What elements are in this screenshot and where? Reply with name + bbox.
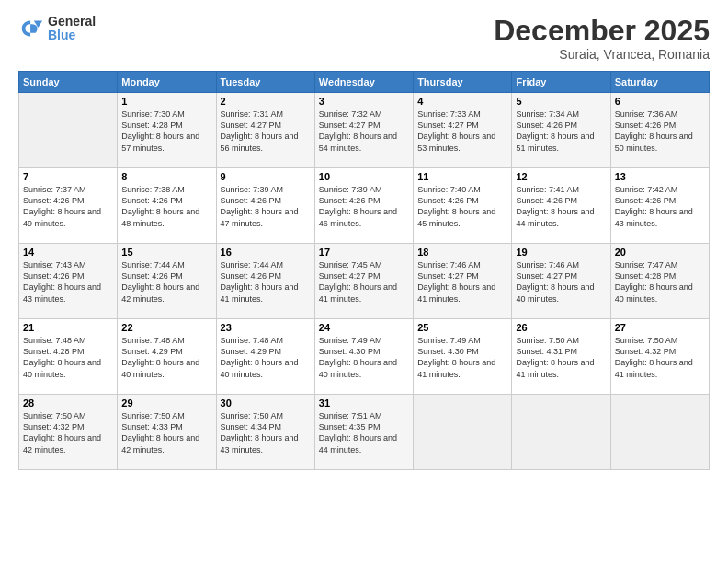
page-header: General Blue December 2025 Suraia, Vranc…: [18, 15, 710, 62]
calendar-week-row: 21Sunrise: 7:48 AMSunset: 4:28 PMDayligh…: [19, 319, 710, 395]
day-number: 10: [319, 171, 409, 182]
day-info: Sunrise: 7:37 AMSunset: 4:26 PMDaylight:…: [23, 184, 113, 229]
logo-icon: [18, 16, 44, 41]
calendar-cell: 7Sunrise: 7:37 AMSunset: 4:26 PMDaylight…: [19, 168, 118, 244]
calendar-cell: 27Sunrise: 7:50 AMSunset: 4:32 PMDayligh…: [610, 319, 709, 395]
calendar-cell: [19, 93, 118, 168]
calendar-cell: 14Sunrise: 7:43 AMSunset: 4:26 PMDayligh…: [19, 244, 118, 319]
day-info: Sunrise: 7:48 AMSunset: 4:29 PMDaylight:…: [121, 335, 211, 380]
location: Suraia, Vrancea, Romania: [494, 47, 710, 62]
calendar-cell: 23Sunrise: 7:48 AMSunset: 4:29 PMDayligh…: [216, 319, 314, 395]
calendar-cell: 6Sunrise: 7:36 AMSunset: 4:26 PMDaylight…: [610, 93, 709, 168]
day-number: 14: [23, 247, 113, 258]
day-number: 9: [221, 171, 311, 182]
day-info: Sunrise: 7:50 AMSunset: 4:32 PMDaylight:…: [615, 335, 705, 380]
title-area: December 2025 Suraia, Vrancea, Romania: [494, 15, 710, 62]
calendar-cell: 26Sunrise: 7:50 AMSunset: 4:31 PMDayligh…: [512, 319, 610, 395]
calendar-week-row: 1Sunrise: 7:30 AMSunset: 4:28 PMDaylight…: [19, 93, 710, 168]
day-number: 26: [516, 322, 606, 333]
day-number: 31: [319, 397, 409, 408]
day-number: 15: [121, 247, 211, 258]
col-friday: Friday: [512, 72, 610, 93]
calendar-cell: 31Sunrise: 7:51 AMSunset: 4:35 PMDayligh…: [314, 395, 413, 470]
day-number: 13: [615, 171, 705, 182]
day-number: 2: [221, 96, 311, 107]
day-number: 23: [221, 322, 311, 333]
calendar-cell: 17Sunrise: 7:45 AMSunset: 4:27 PMDayligh…: [314, 244, 413, 319]
calendar-cell: [512, 395, 610, 470]
calendar-cell: 24Sunrise: 7:49 AMSunset: 4:30 PMDayligh…: [314, 319, 413, 395]
calendar-cell: 9Sunrise: 7:39 AMSunset: 4:26 PMDaylight…: [216, 168, 314, 244]
logo: General Blue: [18, 15, 96, 43]
day-info: Sunrise: 7:50 AMSunset: 4:32 PMDaylight:…: [23, 410, 113, 455]
logo-text: General Blue: [48, 15, 96, 43]
day-info: Sunrise: 7:33 AMSunset: 4:27 PMDaylight:…: [417, 109, 507, 154]
calendar-week-row: 14Sunrise: 7:43 AMSunset: 4:26 PMDayligh…: [19, 244, 710, 319]
col-sunday: Sunday: [19, 72, 118, 93]
day-info: Sunrise: 7:50 AMSunset: 4:31 PMDaylight:…: [516, 335, 606, 380]
day-info: Sunrise: 7:39 AMSunset: 4:26 PMDaylight:…: [319, 184, 409, 229]
col-tuesday: Tuesday: [216, 72, 314, 93]
calendar-cell: 21Sunrise: 7:48 AMSunset: 4:28 PMDayligh…: [19, 319, 118, 395]
day-number: 19: [516, 247, 606, 258]
calendar-cell: 10Sunrise: 7:39 AMSunset: 4:26 PMDayligh…: [314, 168, 413, 244]
calendar-week-row: 28Sunrise: 7:50 AMSunset: 4:32 PMDayligh…: [19, 395, 710, 470]
day-number: 27: [615, 322, 705, 333]
day-info: Sunrise: 7:38 AMSunset: 4:26 PMDaylight:…: [121, 184, 211, 229]
day-number: 12: [516, 171, 606, 182]
day-info: Sunrise: 7:50 AMSunset: 4:33 PMDaylight:…: [121, 410, 211, 455]
day-info: Sunrise: 7:45 AMSunset: 4:27 PMDaylight:…: [319, 259, 409, 304]
calendar-cell: 13Sunrise: 7:42 AMSunset: 4:26 PMDayligh…: [610, 168, 709, 244]
day-info: Sunrise: 7:30 AMSunset: 4:28 PMDaylight:…: [121, 109, 211, 154]
calendar-cell: 20Sunrise: 7:47 AMSunset: 4:28 PMDayligh…: [610, 244, 709, 319]
month-title: December 2025: [494, 15, 710, 47]
calendar-cell: 15Sunrise: 7:44 AMSunset: 4:26 PMDayligh…: [118, 244, 216, 319]
day-info: Sunrise: 7:50 AMSunset: 4:34 PMDaylight:…: [221, 410, 311, 455]
day-info: Sunrise: 7:40 AMSunset: 4:26 PMDaylight:…: [417, 184, 507, 229]
calendar-cell: 25Sunrise: 7:49 AMSunset: 4:30 PMDayligh…: [414, 319, 512, 395]
day-info: Sunrise: 7:42 AMSunset: 4:26 PMDaylight:…: [615, 184, 705, 229]
day-info: Sunrise: 7:46 AMSunset: 4:27 PMDaylight:…: [516, 259, 606, 304]
day-number: 21: [23, 322, 113, 333]
day-info: Sunrise: 7:47 AMSunset: 4:28 PMDaylight:…: [615, 259, 705, 304]
day-info: Sunrise: 7:31 AMSunset: 4:27 PMDaylight:…: [221, 109, 311, 154]
col-saturday: Saturday: [610, 72, 709, 93]
day-number: 8: [121, 171, 211, 182]
day-number: 30: [221, 397, 311, 408]
calendar-cell: 11Sunrise: 7:40 AMSunset: 4:26 PMDayligh…: [414, 168, 512, 244]
day-info: Sunrise: 7:46 AMSunset: 4:27 PMDaylight:…: [417, 259, 507, 304]
calendar-cell: 29Sunrise: 7:50 AMSunset: 4:33 PMDayligh…: [118, 395, 216, 470]
day-number: 22: [121, 322, 211, 333]
calendar-cell: 5Sunrise: 7:34 AMSunset: 4:26 PMDaylight…: [512, 93, 610, 168]
day-info: Sunrise: 7:48 AMSunset: 4:28 PMDaylight:…: [23, 335, 113, 380]
calendar-week-row: 7Sunrise: 7:37 AMSunset: 4:26 PMDaylight…: [19, 168, 710, 244]
day-number: 3: [319, 96, 409, 107]
day-info: Sunrise: 7:36 AMSunset: 4:26 PMDaylight:…: [615, 109, 705, 154]
day-number: 4: [417, 96, 507, 107]
calendar-cell: 30Sunrise: 7:50 AMSunset: 4:34 PMDayligh…: [216, 395, 314, 470]
day-info: Sunrise: 7:44 AMSunset: 4:26 PMDaylight:…: [121, 259, 211, 304]
day-info: Sunrise: 7:48 AMSunset: 4:29 PMDaylight:…: [221, 335, 311, 380]
day-info: Sunrise: 7:44 AMSunset: 4:26 PMDaylight:…: [221, 259, 311, 304]
day-number: 17: [319, 247, 409, 258]
day-number: 16: [221, 247, 311, 258]
calendar-cell: 28Sunrise: 7:50 AMSunset: 4:32 PMDayligh…: [19, 395, 118, 470]
day-number: 18: [417, 247, 507, 258]
day-number: 11: [417, 171, 507, 182]
calendar-cell: 1Sunrise: 7:30 AMSunset: 4:28 PMDaylight…: [118, 93, 216, 168]
day-number: 28: [23, 397, 113, 408]
calendar-cell: [414, 395, 512, 470]
calendar-cell: [610, 395, 709, 470]
day-info: Sunrise: 7:41 AMSunset: 4:26 PMDaylight:…: [516, 184, 606, 229]
calendar-table: Sunday Monday Tuesday Wednesday Thursday…: [18, 71, 710, 470]
calendar-cell: 3Sunrise: 7:32 AMSunset: 4:27 PMDaylight…: [314, 93, 413, 168]
col-monday: Monday: [118, 72, 216, 93]
day-number: 1: [121, 96, 211, 107]
day-number: 5: [516, 96, 606, 107]
col-wednesday: Wednesday: [314, 72, 413, 93]
day-info: Sunrise: 7:51 AMSunset: 4:35 PMDaylight:…: [319, 410, 409, 455]
calendar-cell: 18Sunrise: 7:46 AMSunset: 4:27 PMDayligh…: [414, 244, 512, 319]
day-info: Sunrise: 7:34 AMSunset: 4:26 PMDaylight:…: [516, 109, 606, 154]
calendar-cell: 19Sunrise: 7:46 AMSunset: 4:27 PMDayligh…: [512, 244, 610, 319]
day-info: Sunrise: 7:39 AMSunset: 4:26 PMDaylight:…: [221, 184, 311, 229]
